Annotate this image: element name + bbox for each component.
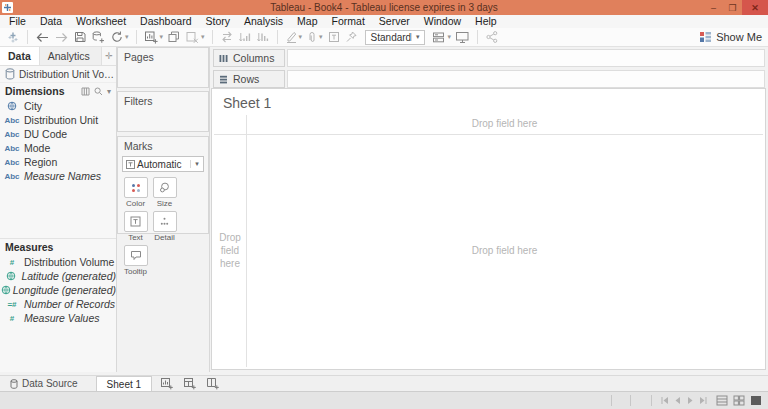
sheet-tab-sheet1[interactable]: Sheet 1	[96, 376, 152, 391]
dimension-city[interactable]: City	[0, 99, 116, 113]
redo-icon[interactable]	[52, 29, 71, 46]
rows-dropzone[interactable]: Drop field here	[214, 134, 246, 367]
mark-type-value: Automatic	[137, 159, 190, 170]
chevron-down-icon[interactable]: ▾	[107, 87, 111, 96]
globe-icon	[0, 285, 13, 295]
share-icon[interactable]	[483, 29, 501, 46]
save-icon[interactable]	[71, 29, 89, 46]
color-button[interactable]	[124, 177, 148, 198]
refresh-data-icon[interactable]: ▾	[108, 29, 131, 46]
tooltip-button[interactable]	[124, 245, 148, 266]
first-sheet-icon[interactable]	[660, 396, 669, 405]
new-dashboard-icon[interactable]	[183, 377, 197, 390]
duplicate-sheet-icon[interactable]	[165, 29, 183, 46]
text-button[interactable]	[124, 211, 148, 232]
last-sheet-icon[interactable]	[699, 396, 708, 405]
show-me-button[interactable]: Show Me	[699, 31, 762, 43]
next-sheet-icon[interactable]	[686, 396, 695, 405]
dimension-mode[interactable]: Abc Mode	[0, 141, 116, 155]
tableau-logo-icon[interactable]	[4, 29, 22, 46]
add-data-source-icon[interactable]	[89, 29, 108, 46]
detail-button[interactable]	[153, 211, 177, 232]
close-button[interactable]: ✕	[742, 0, 768, 15]
field-label: Distribution Volume	[24, 256, 114, 268]
pane-pin-icon[interactable]: ✛	[102, 47, 116, 65]
menu-format[interactable]: Format	[325, 15, 372, 28]
measure-latitude[interactable]: Latitude (generated)	[0, 269, 116, 283]
show-hide-cards-icon[interactable]: ▾	[430, 29, 454, 46]
worksheet-canvas: Sheet 1 Drop field here Drop field here …	[211, 88, 766, 370]
menu-story[interactable]: Story	[198, 15, 237, 28]
restore-button[interactable]: ❐	[723, 0, 742, 15]
color-dot	[137, 184, 140, 187]
tab-data[interactable]: Data	[0, 47, 40, 65]
size-button[interactable]	[153, 177, 177, 198]
menu-worksheet[interactable]: Worksheet	[69, 15, 133, 28]
columns-dropzone[interactable]: Drop field here	[246, 118, 763, 129]
field-label: Latitude (generated)	[21, 270, 116, 282]
previous-sheet-icon[interactable]	[673, 396, 682, 405]
show-filmstrip-view-icon[interactable]	[733, 395, 745, 406]
new-worksheet-icon[interactable]: ▾	[142, 29, 166, 46]
menu-server[interactable]: Server	[372, 15, 417, 28]
mark-type-icon	[123, 160, 137, 169]
dimension-region[interactable]: Abc Region	[0, 155, 116, 169]
data-source-tab-label: Data Source	[22, 378, 78, 389]
menu-map[interactable]: Map	[290, 15, 324, 28]
sheet-title[interactable]: Sheet 1	[223, 95, 271, 111]
clear-sheet-icon[interactable]: ▾	[183, 29, 207, 46]
menu-data[interactable]: Data	[33, 15, 69, 28]
toolbar-separator	[477, 30, 478, 44]
mark-type-dropdown[interactable]: Automatic ▾	[122, 156, 204, 172]
field-label: Longitude (generated)	[13, 284, 116, 296]
fix-axes-icon[interactable]	[343, 29, 360, 46]
undo-icon[interactable]	[33, 29, 52, 46]
highlight-icon[interactable]: ▾	[283, 29, 305, 46]
measure-distribution-volume[interactable]: # Distribution Volume	[0, 255, 116, 269]
swap-rows-columns-icon[interactable]	[218, 29, 236, 46]
columns-drop-area[interactable]	[287, 49, 765, 67]
measure-measure-values[interactable]: # Measure Values	[0, 311, 116, 325]
menu-window[interactable]: Window	[417, 15, 468, 28]
calculated-number-icon: =#	[0, 300, 24, 309]
new-worksheet-icon[interactable]	[160, 377, 174, 390]
sort-descending-icon[interactable]	[254, 29, 272, 46]
field-label: Measure Names	[24, 170, 101, 182]
search-icon[interactable]	[94, 87, 103, 96]
rows-drop-area[interactable]	[287, 70, 765, 88]
show-sheet-sorter-icon[interactable]	[750, 395, 762, 406]
group-members-icon[interactable]: ▾	[304, 29, 325, 46]
status-bar	[0, 391, 768, 409]
sort-ascending-icon[interactable]	[236, 29, 254, 46]
filters-shelf[interactable]: Filters	[117, 91, 209, 132]
menu-dashboard[interactable]: Dashboard	[133, 15, 198, 28]
globe-icon	[0, 271, 21, 281]
database-icon	[10, 379, 18, 389]
measure-number-of-records[interactable]: =# Number of Records	[0, 297, 116, 311]
minimize-button[interactable]: –	[704, 0, 723, 15]
show-tabs-view-icon[interactable]	[716, 395, 728, 406]
detail-label: Detail	[154, 233, 174, 242]
dimension-measure-names[interactable]: Abc Measure Names	[0, 169, 116, 183]
new-story-icon[interactable]	[206, 377, 220, 390]
tab-analytics[interactable]: Analytics	[40, 47, 102, 65]
dimension-du-code[interactable]: Abc DU Code	[0, 127, 116, 141]
menu-analysis[interactable]: Analysis	[237, 15, 290, 28]
main-dropzone[interactable]: Drop field here	[246, 134, 763, 367]
dimension-distribution-unit[interactable]: Abc Distribution Unit	[0, 113, 116, 127]
menu-help[interactable]: Help	[468, 15, 504, 28]
dimensions-title: Dimensions	[5, 85, 81, 97]
view-data-grid-icon[interactable]	[81, 87, 90, 96]
view-area: Columns Rows Sheet 1 Drop field here Dro…	[210, 47, 768, 372]
presentation-mode-icon[interactable]	[453, 29, 472, 46]
measure-longitude[interactable]: Longitude (generated)	[0, 283, 116, 297]
columns-shelf-head: Columns	[213, 49, 285, 67]
pages-shelf[interactable]: Pages	[117, 47, 209, 88]
data-source-item[interactable]: Distribution Unit Volume...	[0, 66, 116, 83]
marks-label: Marks	[118, 137, 208, 155]
menu-file[interactable]: File	[2, 15, 33, 28]
show-mark-labels-icon[interactable]	[325, 29, 343, 46]
data-source-tab[interactable]: Data Source	[0, 376, 88, 391]
fit-selector[interactable]: Standard ▾	[365, 30, 425, 45]
menu-bar: File Data Worksheet Dashboard Story Anal…	[0, 15, 768, 28]
